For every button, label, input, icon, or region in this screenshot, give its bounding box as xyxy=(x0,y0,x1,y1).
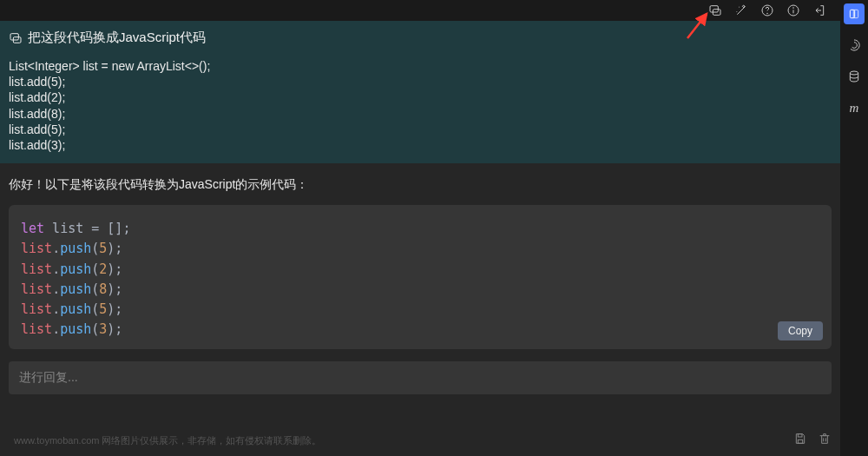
svg-rect-7 xyxy=(850,10,854,17)
info-icon[interactable] xyxy=(786,3,800,17)
svg-point-3 xyxy=(767,13,768,14)
svg-point-6 xyxy=(793,8,794,9)
code-block: let list = []; list.push(5); list.push(2… xyxy=(9,205,832,349)
spiral-icon[interactable] xyxy=(844,35,865,56)
svg-rect-12 xyxy=(798,434,802,437)
trash-icon[interactable] xyxy=(818,432,832,446)
svg-point-9 xyxy=(850,71,858,75)
main-content: 把这段代码换成JavaScript代码 List<Integer> list =… xyxy=(0,21,840,394)
wand-icon[interactable] xyxy=(734,3,748,17)
svg-rect-8 xyxy=(853,10,858,17)
prompt-title: 把这段代码换成JavaScript代码 xyxy=(28,30,206,46)
chat-icon[interactable] xyxy=(708,3,722,17)
watermark: www.toymoban.com 网络图片仅供展示，非存储，如有侵权请联系删除。 xyxy=(14,434,321,447)
copy-button[interactable]: Copy xyxy=(778,321,823,340)
exit-icon[interactable] xyxy=(812,3,826,17)
response-intro: 你好！以下是将该段代码转换为JavaScript的示例代码： xyxy=(0,163,840,205)
top-toolbar xyxy=(0,0,868,21)
chat-bubble-icon xyxy=(9,31,23,45)
right-sidebar: m xyxy=(840,0,868,456)
svg-rect-13 xyxy=(798,439,802,443)
save-icon[interactable] xyxy=(793,432,807,446)
prompt-header: 把这段代码换成JavaScript代码 xyxy=(9,30,832,46)
reply-input[interactable]: 进行回复... xyxy=(9,361,832,394)
prompt-code: List<Integer> list = new ArrayList<>(); … xyxy=(9,58,832,153)
database-icon[interactable] xyxy=(844,66,865,87)
code-content: let list = []; list.push(5); list.push(2… xyxy=(21,219,819,340)
help-icon[interactable] xyxy=(760,3,774,17)
m-icon[interactable]: m xyxy=(844,97,865,118)
user-prompt-block: 把这段代码换成JavaScript代码 List<Integer> list =… xyxy=(0,21,840,163)
app-icon[interactable] xyxy=(844,3,865,24)
footer-actions xyxy=(793,432,832,446)
